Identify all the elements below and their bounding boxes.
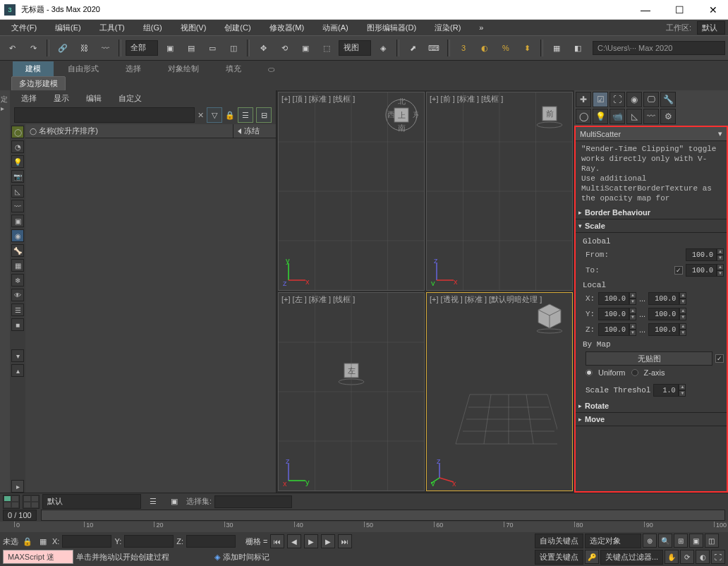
menu-rendering[interactable]: 渲染(R) bbox=[426, 21, 469, 35]
local-z-from-field[interactable] bbox=[598, 323, 629, 336]
cmd-sub-spacewarps-icon[interactable]: 〰 bbox=[643, 109, 659, 124]
cmd-tab-utilities[interactable]: 🔧 bbox=[660, 92, 676, 107]
menu-create[interactable]: 创建(C) bbox=[216, 21, 259, 35]
timeline-slider[interactable] bbox=[41, 510, 725, 521]
spinner-up[interactable]: ▲ bbox=[717, 248, 724, 255]
viewport-front[interactable]: [+] [前 ] [标准 ] [线框 ] 前 zxy bbox=[426, 92, 573, 291]
bymap-checkbox[interactable]: ✓ bbox=[715, 354, 724, 363]
key-filters-button[interactable]: 关键点过滤器... bbox=[600, 550, 663, 565]
viewport-left[interactable]: [+] [左 ] [标准 ] [线框 ] 左 zyx bbox=[278, 292, 425, 491]
cmd-tab-hierarchy[interactable]: ⛶ bbox=[609, 92, 625, 107]
scene-explorer-list[interactable]: ◯ 名称(按升序排序) 冻结 bbox=[25, 124, 276, 493]
selection-filter-select[interactable]: 全部 bbox=[126, 40, 158, 56]
left-rail-toggle-icon[interactable]: 定 bbox=[1, 95, 9, 103]
goto-start-button[interactable]: ⏮ bbox=[270, 534, 284, 548]
menu-edit[interactable]: 编辑(E) bbox=[47, 21, 90, 35]
orbit-icon[interactable]: ⟳ bbox=[680, 550, 694, 564]
filter-containers-icon[interactable]: ▦ bbox=[11, 259, 24, 272]
rollout-border-header[interactable]: ▸Border Behaviour bbox=[576, 206, 727, 219]
ribbon-tab-populate[interactable]: 填充 bbox=[213, 61, 254, 76]
zaxis-radio[interactable] bbox=[631, 369, 638, 376]
pan-icon[interactable]: ✋ bbox=[665, 550, 679, 564]
filter-shapes-icon[interactable]: ◔ bbox=[11, 140, 24, 153]
goto-end-button[interactable]: ⏭ bbox=[338, 534, 352, 548]
filter-groups-icon[interactable]: ▣ bbox=[11, 215, 24, 227]
menu-tools[interactable]: 工具(T) bbox=[91, 21, 133, 35]
cmd-sub-lights-icon[interactable]: 💡 bbox=[593, 109, 608, 124]
add-time-tag-label[interactable]: 添加时间标记 bbox=[223, 552, 269, 562]
select-object-button[interactable]: ▣ bbox=[161, 39, 179, 57]
select-rotate-button[interactable]: ⟲ bbox=[275, 39, 293, 57]
view-mode-button-2[interactable]: ⊟ bbox=[256, 107, 272, 123]
rollout-rotate-header[interactable]: ▸Rotate bbox=[576, 399, 727, 413]
menu-animation[interactable]: 动画(A) bbox=[314, 21, 357, 35]
zoom-icon[interactable]: 🔍 bbox=[658, 534, 672, 548]
cmd-tab-display[interactable]: 🖵 bbox=[643, 92, 659, 107]
menu-group[interactable]: 组(G) bbox=[135, 21, 171, 35]
max-toggle-icon[interactable]: ⛶ bbox=[711, 550, 725, 564]
ribbon-pin-icon[interactable]: ⬭ bbox=[255, 63, 287, 76]
reference-coord-select[interactable]: 视图 bbox=[339, 40, 371, 56]
column-name-header[interactable]: ◯ 名称(按升序排序) bbox=[25, 124, 233, 138]
local-y-from-field[interactable] bbox=[598, 308, 629, 320]
menu-modifiers[interactable]: 修改器(M) bbox=[261, 21, 313, 35]
isolate-icon[interactable]: ▣ bbox=[165, 493, 183, 511]
viewport-top[interactable]: [+] [顶 ] [标准 ] [线框 ] 上北南西东 yxz bbox=[278, 92, 425, 291]
zoom-extents-all-icon[interactable]: ◫ bbox=[705, 534, 719, 548]
filter-toggle-button[interactable]: ▽ bbox=[207, 107, 222, 123]
ribbon-tab-object-paint[interactable]: 对象绘制 bbox=[155, 61, 212, 76]
scale-to-checkbox[interactable]: ✓ bbox=[674, 266, 683, 275]
transform-type-in-icon[interactable]: ▦ bbox=[37, 535, 49, 548]
spinner-up[interactable]: ▲ bbox=[717, 264, 724, 270]
layer-field[interactable]: 默认 bbox=[42, 494, 141, 509]
local-x-from-field[interactable] bbox=[598, 292, 629, 305]
rollout-multiscatter-header[interactable]: MultiScatter▾ bbox=[576, 127, 727, 141]
workspace-select[interactable]: 默认 bbox=[697, 21, 725, 35]
menu-file[interactable]: 文件(F) bbox=[3, 21, 45, 35]
prev-frame-button[interactable]: ◀ bbox=[287, 534, 301, 548]
zoom-extents-icon[interactable]: ▣ bbox=[689, 534, 703, 548]
rollout-move-header[interactable]: ▸Move bbox=[576, 413, 727, 426]
filter-spacewarps-icon[interactable]: 〰 bbox=[11, 200, 24, 212]
keyboard-shortcut-button[interactable]: ⌨ bbox=[425, 39, 443, 57]
spinner-snap-button[interactable]: ⬍ bbox=[518, 39, 536, 57]
percent-snap-button[interactable]: % bbox=[497, 39, 515, 57]
cmd-sub-helpers-icon[interactable]: ◺ bbox=[626, 109, 642, 124]
undo-button[interactable]: ↶ bbox=[3, 39, 21, 57]
layer-stack-icon[interactable]: ☰ bbox=[144, 493, 162, 511]
filter-all-icon[interactable]: ■ bbox=[11, 318, 24, 331]
pivot-center-button[interactable]: ◈ bbox=[374, 39, 392, 57]
threshold-field[interactable] bbox=[653, 384, 679, 397]
maximize-button[interactable]: ☐ bbox=[669, 4, 690, 16]
time-tag-icon[interactable]: ◈ bbox=[214, 553, 220, 562]
z-coord-field[interactable] bbox=[186, 535, 236, 548]
scene-explorer-search-input[interactable] bbox=[14, 107, 195, 123]
cmd-tab-create[interactable]: ✚ bbox=[576, 92, 591, 107]
cmd-sub-cameras-icon[interactable]: 📹 bbox=[609, 109, 625, 124]
lock-selection-icon[interactable]: 🔒 bbox=[21, 535, 34, 548]
x-coord-field[interactable] bbox=[62, 535, 111, 548]
view-mode-button-1[interactable]: ☰ bbox=[238, 107, 253, 123]
local-x-to-field[interactable] bbox=[648, 292, 679, 305]
ribbon-sub-polymodel[interactable]: 多边形建模 bbox=[11, 76, 66, 91]
project-path-field[interactable]: C:\Users\··· Max 2020 bbox=[593, 41, 725, 55]
select-place-button[interactable]: ⬚ bbox=[317, 39, 336, 57]
minimize-button[interactable]: — bbox=[635, 4, 656, 16]
select-move-button[interactable]: ✥ bbox=[254, 39, 272, 57]
filter-frozen-icon[interactable]: ❄ bbox=[11, 274, 24, 287]
fov-icon[interactable]: ◐ bbox=[696, 550, 710, 564]
se-tab-edit[interactable]: 编辑 bbox=[79, 92, 109, 105]
bind-spacewarp-button[interactable]: 〰 bbox=[96, 39, 114, 57]
selected-object-field[interactable]: 选定对象 bbox=[585, 534, 641, 548]
local-y-to-field[interactable] bbox=[648, 308, 679, 320]
filter-helpers-icon[interactable]: ◺ bbox=[11, 185, 24, 198]
viewcube-persp[interactable] bbox=[533, 300, 566, 334]
select-by-name-button[interactable]: ▤ bbox=[182, 39, 200, 57]
ribbon-tab-selection[interactable]: 选择 bbox=[113, 61, 154, 76]
spinner-down[interactable]: ▼ bbox=[717, 270, 724, 277]
select-scale-button[interactable]: ▣ bbox=[296, 39, 315, 57]
viewport-layout-button[interactable] bbox=[3, 495, 20, 509]
cmd-tab-motion[interactable]: ◉ bbox=[626, 92, 642, 107]
filter-geometry-icon[interactable]: ◯ bbox=[11, 126, 24, 138]
map-button[interactable]: 无贴图 bbox=[586, 351, 712, 366]
